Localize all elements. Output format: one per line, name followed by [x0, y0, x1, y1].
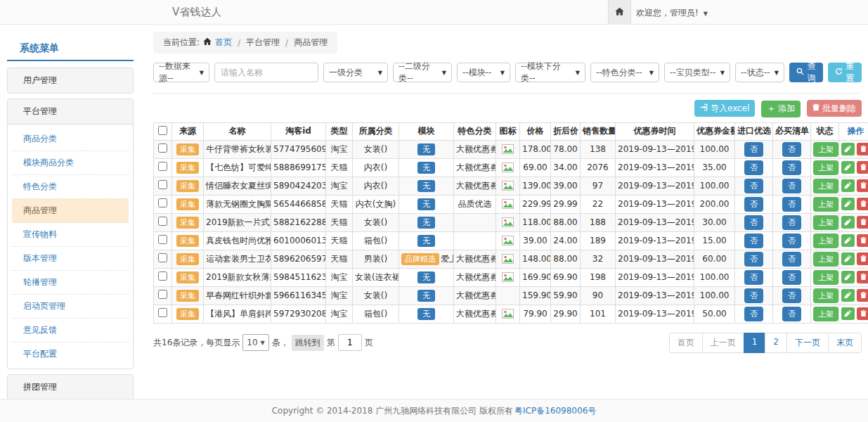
delete-button[interactable]	[857, 143, 868, 155]
import-select-toggle[interactable]: 否	[744, 179, 763, 193]
status-badge[interactable]: 上架	[813, 307, 838, 321]
sidebar-item[interactable]: 特色分类	[12, 175, 129, 199]
filter-select[interactable]: --宝贝类型--▼	[664, 63, 730, 82]
page-button[interactable]: 首页	[669, 333, 703, 353]
edit-button[interactable]	[841, 179, 855, 192]
sidebar-item[interactable]: 版本管理	[12, 247, 129, 271]
edit-button[interactable]	[841, 198, 855, 210]
import-select-toggle[interactable]: 否	[744, 270, 763, 285]
import-select-toggle[interactable]: 否	[744, 142, 763, 157]
delete-button[interactable]	[857, 289, 868, 302]
filter-select[interactable]: --数据来源--▼	[153, 63, 209, 82]
sidebar-item[interactable]: 平台配置	[12, 343, 129, 366]
import-excel-button[interactable]: 导入excel	[694, 100, 755, 117]
must-buy-toggle[interactable]: 否	[782, 160, 801, 175]
row-checkbox[interactable]	[158, 253, 167, 262]
page-button[interactable]: 1	[744, 333, 766, 353]
row-checkbox[interactable]	[158, 198, 167, 207]
page-number-input[interactable]	[338, 334, 362, 351]
edit-button[interactable]	[841, 307, 855, 320]
status-badge[interactable]: 上架	[813, 252, 838, 267]
status-badge[interactable]: 上架	[813, 179, 838, 193]
filter-select[interactable]: --状态--▼	[735, 63, 784, 82]
edit-button[interactable]	[841, 271, 855, 283]
row-checkbox[interactable]	[158, 271, 167, 281]
filter-select[interactable]: 一级分类▼	[323, 63, 388, 82]
edit-button[interactable]	[841, 216, 855, 229]
page-size-select[interactable]: 10 ▼	[242, 334, 268, 351]
filter-select[interactable]: --模块--▼	[457, 63, 510, 82]
batch-delete-button[interactable]: 批量删除	[807, 100, 862, 117]
delete-button[interactable]	[857, 307, 868, 320]
must-buy-toggle[interactable]: 否	[782, 270, 801, 285]
must-buy-toggle[interactable]: 否	[782, 307, 801, 321]
filter-select[interactable]: --特色分类--▼	[590, 63, 659, 82]
user-menu[interactable]: 欢迎您，管理员! ▼	[636, 7, 708, 19]
must-buy-toggle[interactable]: 否	[782, 234, 801, 248]
page-button[interactable]: 末页	[828, 333, 862, 353]
row-checkbox[interactable]	[158, 217, 167, 226]
page-button[interactable]: 2	[765, 333, 787, 353]
search-button[interactable]: 查询	[789, 63, 823, 82]
sidebar-item[interactable]: 启动页管理	[12, 295, 129, 319]
sidebar-item[interactable]: 宣传物料	[12, 223, 129, 247]
sidebar-group-label[interactable]: 平台管理	[8, 99, 133, 124]
row-checkbox[interactable]	[158, 143, 167, 153]
import-select-toggle[interactable]: 否	[744, 215, 763, 230]
import-select-toggle[interactable]: 否	[744, 197, 763, 212]
must-buy-toggle[interactable]: 否	[782, 288, 801, 303]
sidebar-group-label[interactable]: 用户管理	[8, 68, 133, 93]
edit-button[interactable]	[841, 252, 855, 265]
status-badge[interactable]: 上架	[813, 142, 838, 157]
import-select-toggle[interactable]: 否	[744, 234, 763, 248]
import-select-toggle[interactable]: 否	[744, 307, 763, 321]
edit-button[interactable]	[841, 289, 855, 302]
edit-button[interactable]	[841, 161, 855, 174]
sidebar-group-label[interactable]: 拼团管理	[8, 375, 133, 399]
sidebar-item[interactable]: 商品分类	[12, 127, 129, 151]
page-button[interactable]: 上一页	[702, 333, 744, 353]
sidebar-item[interactable]: 模块商品分类	[12, 151, 129, 175]
filter-select[interactable]: --模块下分类--▼	[515, 63, 585, 82]
breadcrumb-home-link[interactable]: 首页	[215, 37, 232, 49]
delete-button[interactable]	[857, 271, 868, 283]
sidebar-item[interactable]: 商品管理	[12, 199, 129, 223]
add-button[interactable]: ＋ 添加	[761, 101, 801, 117]
must-buy-toggle[interactable]: 否	[782, 179, 801, 193]
reset-button[interactable]: 重置	[828, 63, 862, 82]
status-badge[interactable]: 上架	[813, 270, 838, 285]
name-search-input[interactable]	[214, 63, 318, 82]
status-badge[interactable]: 上架	[813, 197, 838, 212]
delete-button[interactable]	[857, 161, 868, 174]
row-checkbox[interactable]	[158, 308, 167, 317]
edit-button[interactable]	[841, 234, 855, 247]
status-badge[interactable]: 上架	[813, 160, 838, 175]
filter-select[interactable]: --二级分类--▼	[393, 63, 452, 82]
delete-button[interactable]	[857, 179, 868, 192]
page-button[interactable]: 下一页	[786, 333, 829, 353]
status-badge[interactable]: 上架	[813, 234, 838, 248]
row-checkbox[interactable]	[158, 290, 167, 299]
select-all-checkbox[interactable]	[158, 126, 167, 135]
import-select-toggle[interactable]: 否	[744, 288, 763, 303]
sidebar-item[interactable]: 轮播管理	[12, 271, 129, 295]
must-buy-toggle[interactable]: 否	[782, 215, 801, 230]
status-badge[interactable]: 上架	[813, 215, 838, 230]
must-buy-toggle[interactable]: 否	[782, 142, 801, 157]
row-checkbox[interactable]	[158, 235, 167, 244]
delete-button[interactable]	[857, 216, 868, 229]
jump-to-button[interactable]: 跳转到	[292, 335, 324, 351]
must-buy-toggle[interactable]: 否	[782, 197, 801, 212]
delete-button[interactable]	[857, 252, 868, 265]
must-buy-toggle[interactable]: 否	[782, 252, 801, 267]
delete-button[interactable]	[857, 234, 868, 247]
delete-button[interactable]	[857, 198, 868, 210]
icp-link[interactable]: 粤ICP备16098006号	[514, 405, 596, 417]
import-select-toggle[interactable]: 否	[744, 252, 763, 267]
import-select-toggle[interactable]: 否	[744, 160, 763, 175]
status-badge[interactable]: 上架	[813, 288, 838, 303]
home-button[interactable]	[608, 0, 631, 25]
edit-button[interactable]	[841, 143, 855, 155]
row-checkbox[interactable]	[158, 162, 167, 171]
row-checkbox[interactable]	[158, 180, 167, 189]
